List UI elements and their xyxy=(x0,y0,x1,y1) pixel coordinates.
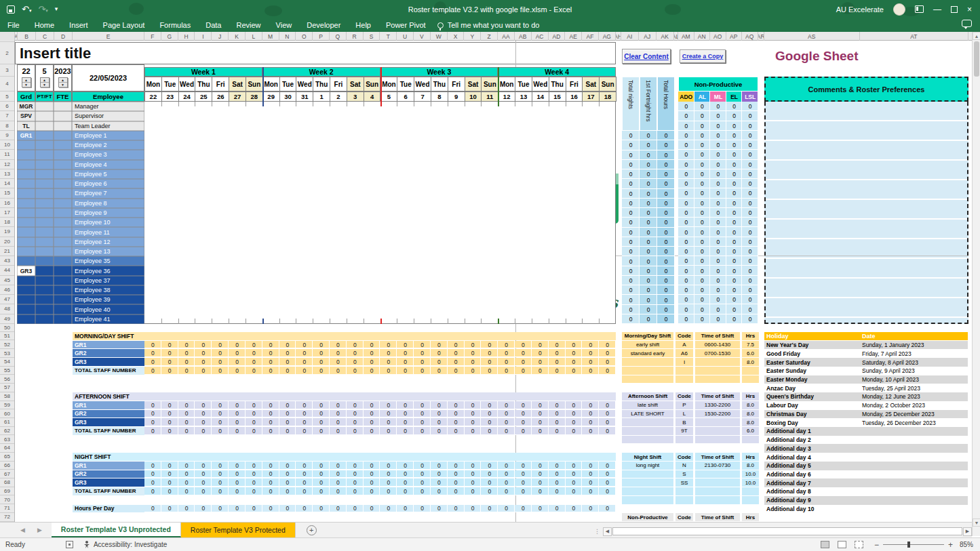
horizontal-scroll-thumb[interactable] xyxy=(612,527,962,535)
summary-zero-cell[interactable]: 0 xyxy=(640,305,657,314)
day-name-cell[interactable]: Sat xyxy=(465,77,482,91)
nonproductive-zero-cell[interactable]: 0 xyxy=(678,179,694,188)
shift-zero-cell[interactable]: 0 xyxy=(599,367,616,375)
shift-zero-cell[interactable]: 0 xyxy=(465,487,482,495)
shift-zero-cell[interactable]: 0 xyxy=(481,367,498,375)
row-header-12[interactable]: 12 xyxy=(0,160,14,169)
grade-cell[interactable] xyxy=(17,285,35,295)
comments-header[interactable]: Comments & Roster Preferences xyxy=(764,77,968,102)
sheet-tab-roster-template-v3-unprotected[interactable]: Roster Template V3 Unprotected xyxy=(52,523,181,537)
row-header-53[interactable]: 53 xyxy=(0,349,14,358)
row-header-15[interactable]: 15 xyxy=(0,188,14,198)
day-name-cell[interactable]: Wed xyxy=(296,77,313,91)
day-number-cell[interactable]: 13 xyxy=(515,91,532,102)
shift-zero-cell[interactable]: 0 xyxy=(364,367,380,375)
shift-zero-cell[interactable]: 0 xyxy=(246,478,262,487)
ribbon-tab-power-pivot[interactable]: Power Pivot xyxy=(378,18,433,32)
shift-zero-cell[interactable]: 0 xyxy=(481,401,498,409)
shift-zero-cell[interactable]: 0 xyxy=(582,358,599,366)
shift-zero-cell[interactable]: 0 xyxy=(582,341,599,349)
holiday-name-cell[interactable]: Christmas Day xyxy=(764,410,860,419)
grade-cell[interactable] xyxy=(17,247,35,256)
shift-group-label[interactable]: GR3 xyxy=(73,358,144,366)
shift-zero-cell[interactable]: 0 xyxy=(313,401,330,409)
shift-zero-cell[interactable]: 0 xyxy=(296,427,313,435)
summary-zero-cell[interactable]: 0 xyxy=(622,199,640,208)
shift-zero-cell[interactable]: 0 xyxy=(397,401,414,409)
shift-zero-cell[interactable]: 0 xyxy=(330,341,347,349)
shift-table-cell[interactable] xyxy=(695,496,740,504)
day-number-cell[interactable]: 31 xyxy=(296,91,313,102)
summary-zero-cell[interactable]: 0 xyxy=(622,208,640,218)
day-name-cell[interactable]: Sun xyxy=(246,77,263,91)
ptft-cell[interactable] xyxy=(35,188,54,198)
shift-zero-cell[interactable]: 0 xyxy=(380,367,397,375)
nonproductive-code-lsl[interactable]: LSL xyxy=(742,91,758,102)
shift-zero-cell[interactable]: 0 xyxy=(144,358,161,366)
shift-zero-cell[interactable]: 0 xyxy=(599,487,616,495)
shift-zero-cell[interactable]: 0 xyxy=(414,349,431,357)
shift-zero-cell[interactable]: 0 xyxy=(262,367,279,375)
nonproductive-zero-cell[interactable]: 0 xyxy=(694,295,711,304)
select-all-corner[interactable] xyxy=(0,32,15,41)
shift-zero-cell[interactable]: 0 xyxy=(229,341,246,349)
shift-zero-cell[interactable]: 0 xyxy=(414,478,431,487)
holiday-date-cell[interactable] xyxy=(860,427,968,436)
shift-table-cell[interactable]: N xyxy=(675,462,693,470)
roster-col-header-employee[interactable]: Employee xyxy=(72,91,144,102)
shift-zero-cell[interactable]: 0 xyxy=(178,341,195,349)
nonproductive-zero-cell[interactable]: 0 xyxy=(678,295,694,304)
summary-zero-cell[interactable]: 0 xyxy=(657,179,675,188)
shift-zero-cell[interactable]: 0 xyxy=(549,462,566,470)
shift-zero-cell[interactable]: 0 xyxy=(380,358,397,366)
page-break-view-icon[interactable] xyxy=(855,541,863,548)
shift-zero-cell[interactable]: 0 xyxy=(262,358,279,366)
summary-zero-cell[interactable]: 0 xyxy=(622,160,640,169)
shift-zero-cell[interactable]: 0 xyxy=(582,401,599,409)
shift-zero-cell[interactable]: 0 xyxy=(380,427,397,435)
roster-title-cell[interactable]: Insert title xyxy=(15,42,616,64)
shift-zero-cell[interactable]: 0 xyxy=(448,462,465,470)
column-header-Z[interactable]: Z xyxy=(481,32,498,41)
shift-section-header[interactable]: MORNING/DAY SHIFT xyxy=(73,332,144,340)
summary-zero-cell[interactable]: 0 xyxy=(622,179,640,188)
hours-per-day-label[interactable]: Hours Per Day xyxy=(73,505,144,513)
employee-name-cell[interactable]: Employee 7 xyxy=(72,188,144,198)
shift-zero-cell[interactable]: 0 xyxy=(431,505,448,513)
shift-zero-cell[interactable]: 0 xyxy=(144,341,161,349)
day-name-cell[interactable]: Mon xyxy=(498,77,515,91)
pane-split-handle[interactable]: ⋮ xyxy=(594,528,600,535)
accessibility-status[interactable]: Accessibility: Investigate xyxy=(94,541,167,548)
summary-zero-cell[interactable]: 0 xyxy=(657,247,675,256)
nonproductive-code-el[interactable]: EL xyxy=(726,91,743,102)
holiday-date-cell[interactable]: Tuesday, 25 April 2023 xyxy=(860,384,968,392)
shift-zero-cell[interactable]: 0 xyxy=(347,349,364,357)
shift-zero-cell[interactable]: 0 xyxy=(313,358,330,366)
shift-zero-cell[interactable]: 0 xyxy=(431,341,448,349)
row-header-11[interactable]: 11 xyxy=(0,150,14,159)
column-header-K[interactable]: K xyxy=(229,32,246,41)
shift-zero-cell[interactable]: 0 xyxy=(481,462,498,470)
shift-table-cell[interactable]: 9T xyxy=(675,427,693,435)
fte-cell[interactable] xyxy=(54,237,72,247)
shift-zero-cell[interactable]: 0 xyxy=(313,418,330,426)
shift-group-label[interactable]: GR3 xyxy=(73,418,144,426)
nonproductive-zero-cell[interactable]: 0 xyxy=(742,208,758,218)
shift-zero-cell[interactable]: 0 xyxy=(178,401,195,409)
column-header-R[interactable]: R xyxy=(347,32,364,41)
shift-zero-cell[interactable]: 0 xyxy=(465,401,482,409)
shift-zero-cell[interactable]: 0 xyxy=(178,470,195,478)
shift-zero-cell[interactable]: 0 xyxy=(549,367,566,375)
minimize-icon[interactable]: — xyxy=(933,5,941,14)
nonproductive-zero-cell[interactable]: 0 xyxy=(678,111,694,121)
nonproductive-zero-cell[interactable]: 0 xyxy=(694,218,711,227)
shift-zero-cell[interactable]: 0 xyxy=(414,462,431,470)
comments-icon[interactable] xyxy=(962,20,972,27)
column-header-AM[interactable]: AM xyxy=(678,32,694,41)
shift-zero-cell[interactable]: 0 xyxy=(414,427,431,435)
employee-name-cell[interactable]: Employee 2 xyxy=(72,140,144,150)
summary-zero-cell[interactable]: 0 xyxy=(622,305,640,314)
day-name-cell[interactable]: Wed xyxy=(532,77,549,91)
column-header-V[interactable]: V xyxy=(414,32,431,41)
shift-zero-cell[interactable]: 0 xyxy=(481,418,498,426)
